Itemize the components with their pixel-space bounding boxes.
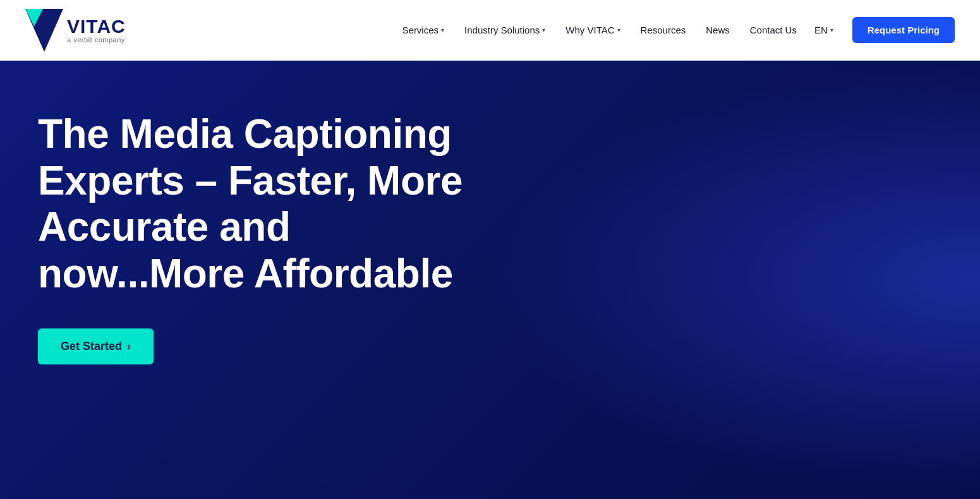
get-started-label: Get Started	[61, 340, 122, 353]
nav-item-resources[interactable]: Resources	[632, 20, 695, 40]
logo-link[interactable]: VITAC a verbit company	[25, 9, 126, 52]
nav-item-why-vitac[interactable]: Why VITAC ▾	[557, 20, 629, 40]
site-header: VITAC a verbit company Services ▾ Indust…	[0, 0, 980, 61]
logo-text-group: VITAC a verbit company	[67, 17, 126, 44]
nav-label-why-vitac: Why VITAC	[566, 25, 614, 35]
logo-brand: VITAC	[67, 17, 126, 36]
chevron-down-icon: ▾	[830, 27, 833, 33]
logo-subtitle: a verbit company	[67, 36, 126, 44]
nav-item-services[interactable]: Services ▾	[394, 20, 454, 40]
nav-label-resources: Resources	[641, 25, 686, 35]
request-pricing-button[interactable]: Request Pricing	[852, 17, 955, 43]
nav-label-industry-solutions: Industry Solutions	[464, 25, 540, 35]
language-selector[interactable]: EN ▾	[808, 20, 840, 40]
logo-icon	[25, 9, 63, 52]
main-nav: Services ▾ Industry Solutions ▾ Why VITA…	[394, 17, 955, 43]
nav-item-news[interactable]: News	[697, 20, 739, 40]
nav-label-contact-us: Contact Us	[750, 25, 797, 35]
nav-label-news: News	[706, 25, 730, 35]
arrow-icon: ›	[127, 340, 131, 353]
nav-item-industry-solutions[interactable]: Industry Solutions ▾	[456, 20, 554, 40]
hero-content: The Media Captioning Experts – Faster, M…	[38, 111, 493, 364]
nav-label-services: Services	[402, 25, 439, 35]
chevron-down-icon: ▾	[542, 27, 545, 33]
hero-headline: The Media Captioning Experts – Faster, M…	[38, 111, 493, 297]
chevron-down-icon: ▾	[441, 27, 444, 33]
hero-section: The Media Captioning Experts – Faster, M…	[0, 61, 980, 499]
nav-item-contact-us[interactable]: Contact Us	[741, 20, 806, 40]
language-label: EN	[814, 25, 828, 35]
chevron-down-icon: ▾	[617, 27, 620, 33]
get-started-button[interactable]: Get Started ›	[38, 328, 154, 364]
